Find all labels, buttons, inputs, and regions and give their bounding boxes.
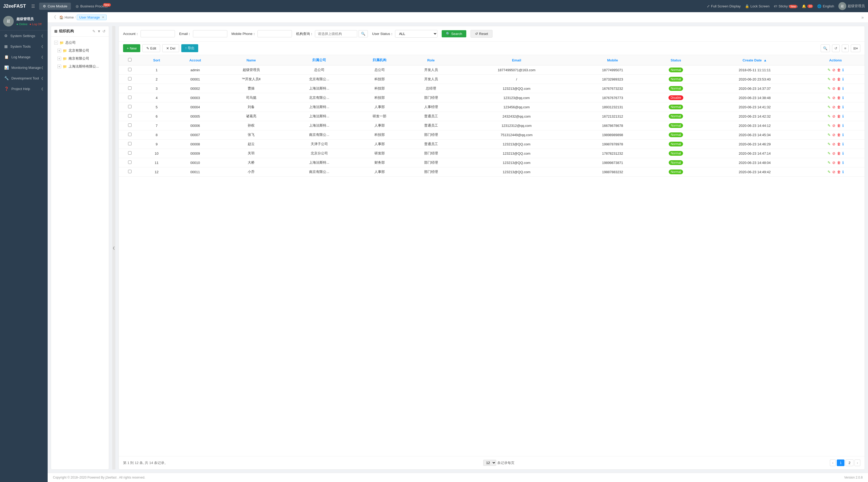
root-toggle[interactable]: − — [54, 41, 58, 45]
info-action-icon[interactable]: ℹ — [842, 105, 844, 109]
delete-action-icon[interactable]: 🗑 — [837, 123, 841, 127]
ban-action-icon[interactable]: ⊘ — [832, 123, 835, 127]
info-action-icon[interactable]: ℹ — [842, 170, 844, 174]
stickynotes-btn[interactable]: 🏷 Sticky Notes New — [774, 4, 798, 8]
ban-action-icon[interactable]: ⊘ — [832, 105, 835, 109]
shanghai-toggle[interactable]: + — [57, 65, 61, 68]
reset-button[interactable]: ↺ Reset — [470, 30, 493, 37]
ban-action-icon[interactable]: ⊘ — [832, 95, 835, 100]
table-search-btn[interactable]: 🔍 — [820, 45, 830, 52]
mobile-input[interactable] — [257, 30, 292, 37]
org-refresh-icon[interactable]: ↺ — [102, 29, 105, 33]
row-select-checkbox[interactable] — [128, 161, 131, 164]
row-checkbox[interactable] — [119, 140, 141, 149]
row-select-checkbox[interactable] — [128, 123, 131, 127]
row-checkbox[interactable] — [119, 65, 141, 75]
fullscreen-btn[interactable]: ⤢ Full Screen Display — [707, 4, 741, 8]
export-button[interactable]: ↑ 导出 — [181, 44, 198, 52]
tree-node-beijing[interactable]: + 📁 北京有限公司 — [51, 47, 109, 55]
sidebar-item-dev-tool[interactable]: 🔧 Development Tool ❮ — [0, 73, 48, 83]
org-edit-icon[interactable]: ✎ — [92, 29, 96, 33]
edit-action-icon[interactable]: ✎ — [828, 77, 831, 81]
org-arrow-down-icon[interactable]: ▼ — [97, 29, 101, 33]
status-select[interactable]: ALL Normal Disable — [395, 30, 437, 37]
ban-action-icon[interactable]: ⊘ — [832, 77, 835, 81]
collapse-handle[interactable]: ❮ — [112, 26, 115, 470]
tree-node-root[interactable]: − 📁 总公司 — [51, 39, 109, 47]
edit-action-icon[interactable]: ✎ — [828, 95, 831, 100]
delete-action-icon[interactable]: 🗑 — [837, 105, 841, 109]
select-all-checkbox[interactable] — [128, 58, 131, 61]
notifications-btn[interactable]: 🔔 10 — [802, 4, 813, 8]
sidebar-item-system-settings[interactable]: ⚙ System Settings ❮ — [0, 30, 48, 41]
account-input[interactable] — [141, 30, 175, 37]
page-size-select[interactable]: 12 20 50 — [483, 460, 496, 466]
delete-action-icon[interactable]: 🗑 — [837, 133, 841, 137]
search-button[interactable]: 🔍 Search — [442, 30, 466, 37]
row-select-checkbox[interactable] — [128, 133, 131, 136]
ban-action-icon[interactable]: ⊘ — [832, 133, 835, 137]
delete-action-icon[interactable]: 🗑 — [837, 95, 841, 100]
row-checkbox[interactable] — [119, 130, 141, 140]
edit-action-icon[interactable]: ✎ — [828, 151, 831, 155]
ban-action-icon[interactable]: ⊘ — [832, 68, 835, 72]
row-checkbox[interactable] — [119, 158, 141, 167]
delete-action-icon[interactable]: 🗑 — [837, 170, 841, 174]
row-select-checkbox[interactable] — [128, 151, 131, 155]
edit-action-icon[interactable]: ✎ — [828, 68, 831, 72]
logout-status[interactable]: ● Log Off — [30, 23, 42, 26]
delete-action-icon[interactable]: 🗑 — [837, 161, 841, 165]
org-search-button[interactable]: 🔍 — [359, 30, 368, 37]
user-menu-btn[interactable]: 超 超级管理员 — [838, 2, 865, 10]
lockscreen-btn[interactable]: 🔒 Lock Screen — [745, 4, 770, 8]
delete-action-icon[interactable]: 🗑 — [837, 114, 841, 118]
row-select-checkbox[interactable] — [128, 86, 131, 90]
ban-action-icon[interactable]: ⊘ — [832, 151, 835, 155]
nanjing-toggle[interactable]: + — [57, 57, 61, 60]
expand-icon[interactable]: » — [861, 15, 864, 20]
beijing-toggle[interactable]: + — [57, 49, 61, 52]
info-action-icon[interactable]: ℹ — [842, 86, 844, 91]
info-action-icon[interactable]: ℹ — [842, 133, 844, 137]
sidebar-item-system-tools[interactable]: ▦ System Tools ❮ — [0, 41, 48, 52]
row-select-checkbox[interactable] — [128, 170, 131, 173]
ban-action-icon[interactable]: ⊘ — [832, 114, 835, 118]
row-checkbox[interactable] — [119, 84, 141, 93]
breadcrumb-current[interactable]: User Manage ✕ — [77, 15, 107, 20]
edit-button[interactable]: ✎ Edit — [143, 44, 160, 52]
table-refresh-btn[interactable]: ↺ — [832, 45, 840, 52]
row-checkbox[interactable] — [119, 121, 141, 130]
new-button[interactable]: + New — [123, 44, 140, 52]
row-select-checkbox[interactable] — [128, 105, 131, 108]
edit-action-icon[interactable]: ✎ — [828, 142, 831, 146]
breadcrumb-home[interactable]: 🏠 Home — [59, 16, 74, 19]
delete-action-icon[interactable]: 🗑 — [837, 68, 841, 72]
table-grid-btn[interactable]: ⊞▾ — [851, 45, 860, 52]
info-action-icon[interactable]: ℹ — [842, 77, 844, 81]
row-select-checkbox[interactable] — [128, 95, 131, 99]
next-page-btn[interactable]: › — [855, 459, 860, 466]
del-button[interactable]: ✕ Del — [162, 44, 179, 52]
info-action-icon[interactable]: ℹ — [842, 151, 844, 155]
row-select-checkbox[interactable] — [128, 77, 131, 81]
row-checkbox[interactable] — [119, 75, 141, 84]
edit-action-icon[interactable]: ✎ — [828, 161, 831, 165]
row-checkbox[interactable] — [119, 149, 141, 158]
delete-action-icon[interactable]: 🗑 — [837, 142, 841, 146]
table-list-btn[interactable]: ≡ — [842, 45, 849, 52]
row-select-checkbox[interactable] — [128, 142, 131, 145]
tree-node-shanghai[interactable]: + 📁 上海法斯特有限公... — [51, 62, 109, 70]
edit-action-icon[interactable]: ✎ — [828, 123, 831, 127]
nav-core-module[interactable]: ⚙ Core Module — [39, 3, 71, 10]
row-checkbox[interactable] — [119, 112, 141, 121]
sidebar-item-project-help[interactable]: ❓ Project Help ❮ — [0, 83, 48, 94]
row-select-checkbox[interactable] — [128, 68, 131, 71]
info-action-icon[interactable]: ℹ — [842, 68, 844, 72]
tree-node-nanjing[interactable]: + 📁 南京有限公司 — [51, 55, 109, 62]
delete-action-icon[interactable]: 🗑 — [837, 151, 841, 155]
nav-business-process[interactable]: ◎ Business Process New — [72, 3, 111, 10]
info-action-icon[interactable]: ℹ — [842, 123, 844, 127]
ban-action-icon[interactable]: ⊘ — [832, 86, 835, 91]
info-action-icon[interactable]: ℹ — [842, 114, 844, 118]
edit-action-icon[interactable]: ✎ — [828, 105, 831, 109]
